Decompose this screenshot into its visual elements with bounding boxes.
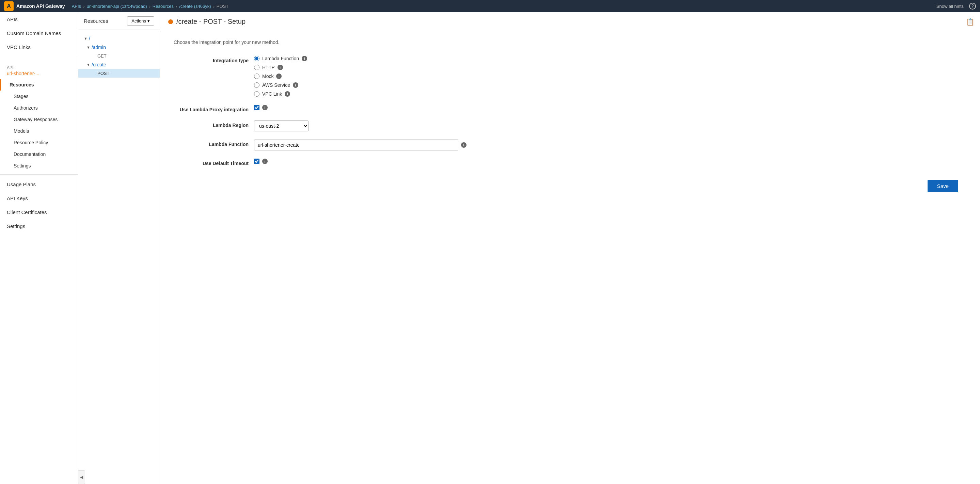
sidebar-item-settings[interactable]: Settings	[0, 160, 78, 171]
aws-info-icon[interactable]: i	[293, 83, 298, 88]
default-timeout-checkbox[interactable]	[254, 159, 259, 164]
lambda-function-label: Lambda Function	[173, 140, 248, 147]
actions-button[interactable]: Actions ▾	[127, 16, 154, 25]
radio-aws: AWS Service i	[254, 83, 307, 88]
form-section: Integration type Lambda Function i HTTP	[173, 56, 480, 166]
collapse-panel-button[interactable]: ◀	[78, 470, 85, 484]
expand-icon: ▼	[86, 63, 90, 67]
lambda-function-info-icon[interactable]: i	[461, 142, 466, 148]
sidebar-item-client-certs[interactable]: Client Certificates	[0, 205, 78, 219]
sidebar-divider-2	[0, 174, 78, 175]
integration-type-radio-group: Lambda Function i HTTP i Mock	[254, 56, 307, 97]
radio-vpc-label: VPC Link	[262, 91, 282, 97]
integration-type-label: Integration type	[173, 56, 248, 63]
sidebar-resources-label: Resources	[10, 82, 34, 87]
resources-panel-title: Resources	[84, 18, 108, 24]
resource-root[interactable]: ▼ /	[78, 34, 160, 43]
vpc-info-icon[interactable]: i	[285, 91, 290, 97]
page-description: Choose the integration point for your ne…	[173, 40, 966, 45]
integration-type-control: Lambda Function i HTTP i Mock	[254, 56, 480, 97]
radio-aws-input[interactable]	[254, 83, 259, 88]
sidebar-item-api-keys[interactable]: API Keys	[0, 191, 78, 205]
resource-admin-label: /admin	[92, 44, 106, 50]
page-title: /create - POST - Setup	[177, 18, 245, 25]
sidebar-item-resources[interactable]: Resources	[0, 79, 78, 90]
lambda-function-row: Lambda Function i	[173, 140, 480, 151]
radio-vpc: VPC Link i	[254, 91, 307, 97]
top-nav-bar: A Amazon API Gateway APIs › url-shortene…	[0, 0, 980, 12]
breadcrumb-create[interactable]: /create (s466yk)	[179, 4, 211, 9]
sidebar-item-gateway-responses[interactable]: Gateway Responses	[0, 114, 78, 125]
radio-lambda-input[interactable]	[254, 56, 259, 61]
radio-mock-label: Mock	[262, 73, 274, 79]
breadcrumb-apis[interactable]: APIs	[72, 4, 81, 9]
resources-panel: Resources Actions ▾ ▼ / ▼ /admin GET ▼ /…	[78, 12, 160, 484]
save-button[interactable]: Save	[928, 180, 958, 192]
api-name: url-shortener-...	[7, 71, 71, 76]
api-section: API: url-shortener-...	[0, 60, 78, 79]
lambda-region-row: Lambda Region us-east-1 us-east-2 us-wes…	[173, 121, 480, 132]
resource-create-label: /create	[92, 62, 106, 67]
radio-http-input[interactable]	[254, 65, 259, 70]
sidebar-item-resource-policy[interactable]: Resource Policy	[0, 137, 78, 148]
lambda-proxy-checkbox[interactable]	[254, 105, 259, 110]
sidebar-item-usage-plans[interactable]: Usage Plans	[0, 177, 78, 191]
sidebar-item-apis[interactable]: APIs	[0, 12, 78, 26]
page-header: /create - POST - Setup	[160, 12, 980, 31]
breadcrumb: APIs › url-shortener-api (1zfc4wpdad) › …	[72, 4, 936, 9]
app-logo: A Amazon API Gateway	[4, 2, 65, 11]
radio-http: HTTP i	[254, 65, 307, 70]
lambda-region-control: us-east-1 us-east-2 us-west-1 us-west-2 …	[254, 121, 480, 132]
resource-tree: ▼ / ▼ /admin GET ▼ /create POST	[78, 30, 160, 470]
app-body: APIs Custom Domain Names VPC Links API: …	[0, 12, 980, 484]
radio-vpc-input[interactable]	[254, 91, 259, 97]
top-nav-right: Show all hints ?	[936, 3, 976, 10]
expand-icon: ▼	[86, 45, 90, 49]
sidebar-item-settings-bottom[interactable]: Settings	[0, 219, 78, 233]
resource-method-get[interactable]: GET	[78, 52, 160, 60]
sidebar-item-stages[interactable]: Stages	[0, 90, 78, 102]
status-dot	[168, 19, 173, 24]
default-timeout-label: Use Default Timeout	[173, 159, 248, 166]
sidebar-item-documentation[interactable]: Documentation	[0, 148, 78, 160]
lambda-function-input[interactable]	[254, 140, 458, 151]
api-label: API:	[7, 65, 71, 70]
sidebar-item-models[interactable]: Models	[0, 125, 78, 137]
default-timeout-row: Use Default Timeout i	[173, 159, 480, 166]
radio-aws-label: AWS Service	[262, 83, 290, 88]
resource-root-label: /	[89, 36, 90, 41]
lambda-proxy-info-icon[interactable]: i	[262, 105, 268, 110]
radio-lambda-label: Lambda Function	[262, 56, 299, 61]
lambda-region-label: Lambda Region	[173, 121, 248, 128]
resource-create[interactable]: ▼ /create	[78, 60, 160, 69]
http-info-icon[interactable]: i	[277, 65, 283, 70]
radio-mock-input[interactable]	[254, 73, 259, 79]
lambda-proxy-row: Use Lambda Proxy integration i	[173, 105, 480, 112]
breadcrumb-resources[interactable]: Resources	[153, 4, 173, 9]
sidebar-item-authorizers[interactable]: Authorizers	[0, 102, 78, 114]
resource-admin[interactable]: ▼ /admin	[78, 43, 160, 52]
sidebar-item-custom-domain[interactable]: Custom Domain Names	[0, 26, 78, 40]
lambda-region-select[interactable]: us-east-1 us-east-2 us-west-1 us-west-2 …	[254, 121, 309, 132]
default-timeout-control: i	[254, 159, 480, 164]
lambda-info-icon[interactable]: i	[302, 56, 307, 61]
expand-icon: ▼	[84, 36, 88, 41]
mock-info-icon[interactable]: i	[276, 73, 282, 79]
chevron-down-icon: ▾	[148, 18, 150, 24]
sidebar: APIs Custom Domain Names VPC Links API: …	[0, 12, 78, 484]
resource-method-post[interactable]: POST	[78, 69, 160, 78]
default-timeout-info-icon[interactable]: i	[262, 159, 268, 164]
radio-lambda: Lambda Function i	[254, 56, 307, 61]
logo-icon: A	[4, 2, 14, 11]
lambda-proxy-checkbox-item: i	[254, 105, 268, 110]
help-icon[interactable]: ?	[969, 3, 976, 10]
sidebar-item-vpc-links[interactable]: VPC Links	[0, 40, 78, 54]
lambda-proxy-control: i	[254, 105, 480, 110]
notebook-icon[interactable]: 📋	[966, 18, 975, 26]
default-timeout-checkbox-item: i	[254, 159, 268, 164]
breadcrumb-api-name[interactable]: url-shortener-api (1zfc4wpdad)	[86, 4, 147, 9]
breadcrumb-post: POST	[216, 4, 229, 9]
show-hints-link[interactable]: Show all hints	[936, 4, 964, 9]
app-name: Amazon API Gateway	[16, 3, 65, 9]
page-body: Choose the integration point for your ne…	[160, 31, 980, 206]
